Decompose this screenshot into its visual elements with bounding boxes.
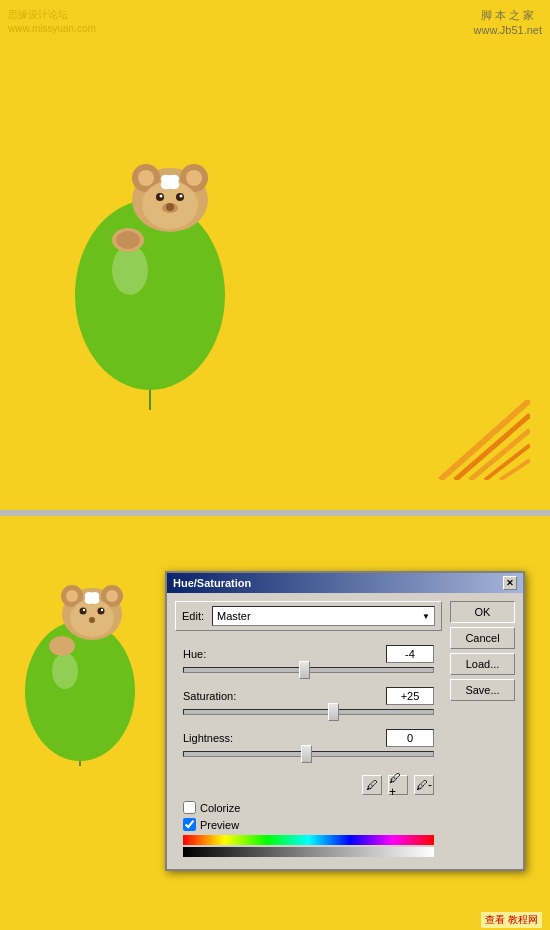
hue-track	[183, 667, 434, 673]
svg-point-35	[98, 608, 105, 615]
balloon-bear-bottom	[20, 546, 150, 769]
svg-point-1	[112, 245, 148, 295]
svg-point-14	[166, 203, 174, 211]
colorize-row: Colorize	[175, 801, 442, 814]
saturation-slider-row: Saturation: +25	[183, 687, 434, 715]
lightness-track	[183, 751, 434, 757]
lightness-slider-row: Lightness: 0	[183, 729, 434, 757]
hue-thumb[interactable]	[299, 661, 310, 679]
svg-point-32	[106, 590, 118, 602]
hue-saturation-dialog: Hue/Saturation ✕ Edit: Master ▼	[165, 571, 525, 871]
lightness-label: Lightness:	[183, 732, 233, 744]
hue-slider-row: Hue: -4	[183, 645, 434, 673]
dropdown-arrow-icon: ▼	[422, 612, 430, 621]
svg-point-31	[66, 590, 78, 602]
eyedropper-add-button[interactable]: 🖊+	[388, 775, 408, 795]
cancel-button[interactable]: Cancel	[450, 627, 515, 649]
lightness-thumb[interactable]	[301, 745, 312, 763]
saturation-value-box[interactable]: +25	[386, 687, 434, 705]
preview-checkbox[interactable]	[183, 818, 196, 831]
eyedropper-row: 🖊 🖊+ 🖊-	[175, 775, 442, 795]
ok-button[interactable]: OK	[450, 601, 515, 623]
svg-point-19	[166, 178, 174, 186]
svg-point-34	[80, 608, 87, 615]
svg-point-25	[25, 621, 135, 761]
dialog-buttons-panel: OK Cancel Load... Save...	[450, 601, 515, 861]
svg-point-7	[186, 170, 202, 186]
dialog-title: Hue/Saturation	[173, 577, 251, 589]
watermark-left: 思缘设计论坛 www.missyuan.com	[8, 8, 96, 36]
svg-point-42	[89, 595, 95, 601]
saturation-label: Saturation:	[183, 690, 236, 702]
dialog-titlebar: Hue/Saturation ✕	[167, 573, 523, 593]
dialog-left-panel: Edit: Master ▼ Hue: -4	[175, 601, 442, 861]
preview-row: Preview	[175, 818, 442, 831]
hue-value-box[interactable]: -4	[386, 645, 434, 663]
spectrum-color-bar	[183, 835, 434, 845]
svg-line-21	[455, 415, 530, 480]
edit-label: Edit:	[182, 610, 204, 622]
svg-line-22	[470, 430, 530, 480]
watermark-right: 脚 本 之 家 www.Jb51.net	[474, 8, 542, 39]
bottom-watermark: 查看 教程网	[481, 912, 542, 928]
edit-dropdown-value: Master	[217, 610, 251, 622]
svg-point-12	[180, 195, 183, 198]
eyedropper-sub-button[interactable]: 🖊-	[414, 775, 434, 795]
stripes-decoration	[430, 400, 530, 480]
svg-point-6	[138, 170, 154, 186]
spectrum-gray-bar	[183, 847, 434, 857]
eyedropper-button[interactable]: 🖊	[362, 775, 382, 795]
colorize-label: Colorize	[200, 802, 240, 814]
spectrum-section	[183, 835, 434, 857]
svg-point-11	[160, 195, 163, 198]
saturation-track	[183, 709, 434, 715]
svg-point-38	[89, 617, 95, 623]
edit-dropdown[interactable]: Master ▼	[212, 606, 435, 626]
lightness-value-box[interactable]: 0	[386, 729, 434, 747]
saturation-thumb[interactable]	[328, 703, 339, 721]
svg-point-36	[83, 609, 85, 611]
save-button[interactable]: Save...	[450, 679, 515, 701]
dialog-close-button[interactable]: ✕	[503, 576, 517, 590]
svg-point-37	[101, 609, 103, 611]
svg-point-0	[75, 200, 225, 390]
svg-point-39	[49, 636, 75, 656]
svg-point-26	[52, 653, 78, 689]
svg-point-16	[116, 231, 140, 249]
preview-label: Preview	[200, 819, 239, 831]
top-canvas: 思缘设计论坛 www.missyuan.com 脚 本 之 家 www.Jb51…	[0, 0, 550, 510]
edit-row: Edit: Master ▼	[175, 601, 442, 631]
hue-label: Hue:	[183, 648, 206, 660]
sliders-section: Hue: -4 Saturation:	[175, 641, 442, 775]
colorize-checkbox[interactable]	[183, 801, 196, 814]
dialog-body: Edit: Master ▼ Hue: -4	[167, 593, 523, 869]
load-button[interactable]: Load...	[450, 653, 515, 675]
balloon-bear-top	[60, 110, 250, 413]
bottom-canvas: Hue/Saturation ✕ Edit: Master ▼	[0, 516, 550, 930]
